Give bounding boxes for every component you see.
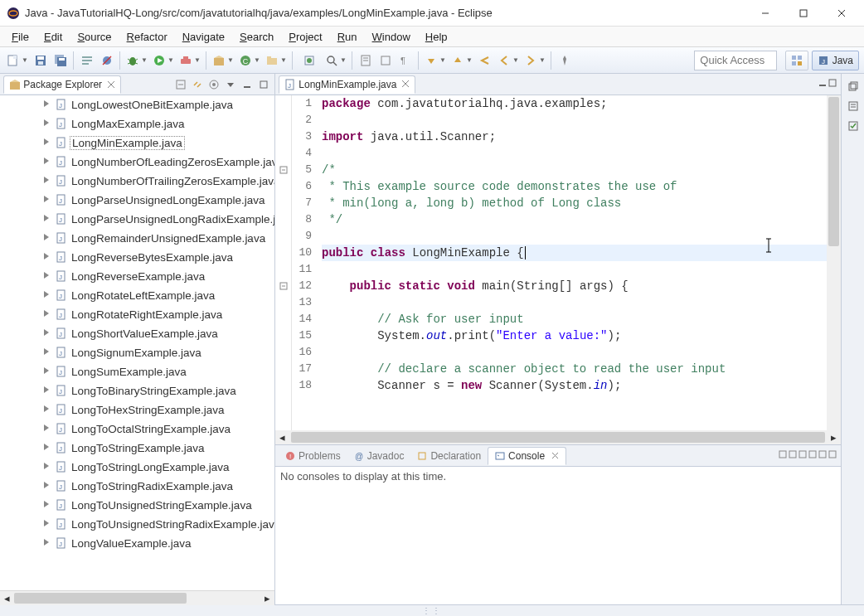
tree-item[interactable]: JLongToStringRadixExample.java — [3, 477, 274, 496]
tree-item[interactable]: JLongNumberOfTrailingZerosExample.java — [3, 172, 274, 191]
new-button[interactable]: ▼ — [5, 51, 30, 70]
tree-item[interactable]: JLongSignumExample.java — [3, 343, 274, 362]
tree-item[interactable]: JLongReverseExample.java — [3, 267, 274, 286]
editor-vertical-scrollbar[interactable] — [827, 95, 841, 430]
view-menu-icon[interactable] — [223, 77, 238, 92]
expand-icon[interactable] — [41, 289, 53, 301]
tasklist-icon[interactable] — [846, 119, 861, 133]
outline-icon[interactable] — [846, 99, 861, 114]
menu-search[interactable]: Search — [233, 29, 280, 45]
collapse-all-icon[interactable] — [173, 77, 188, 92]
drag-handle-icon[interactable]: ⋮⋮ — [422, 606, 442, 615]
back-button[interactable]: ▼ — [496, 51, 521, 70]
expand-icon[interactable] — [41, 99, 53, 110]
tab-declaration[interactable]: Declaration — [410, 447, 488, 465]
tree-item[interactable]: JLongReverseBytesExample.java — [3, 248, 274, 267]
expand-icon[interactable] — [41, 537, 53, 549]
tree-item[interactable]: JLongLowestOneBitExample.java — [3, 95, 274, 114]
new-folder-button[interactable]: ▼ — [264, 51, 289, 70]
minimize-editor-icon[interactable] — [818, 78, 828, 90]
scroll-right-icon[interactable]: ▸ — [260, 591, 274, 605]
last-edit-button[interactable] — [476, 51, 494, 70]
forward-button[interactable]: ▼ — [522, 51, 547, 70]
expand-icon[interactable] — [41, 137, 53, 148]
expand-icon[interactable] — [41, 385, 53, 396]
focus-task-icon[interactable] — [206, 77, 221, 92]
expand-icon[interactable] — [41, 347, 53, 358]
open-console-icon[interactable] — [798, 449, 808, 462]
expand-icon[interactable] — [41, 308, 53, 320]
expand-icon[interactable] — [41, 156, 53, 167]
tree-item[interactable]: JLongToStringLongExample.java — [3, 458, 274, 477]
close-icon[interactable] — [107, 80, 115, 89]
menu-source[interactable]: Source — [70, 29, 118, 45]
restore-icon[interactable] — [846, 79, 861, 94]
toggle-mark-button[interactable] — [357, 51, 375, 70]
display-selected-icon[interactable] — [788, 449, 798, 462]
expand-icon[interactable] — [41, 442, 53, 454]
maximize-button[interactable] — [784, 0, 823, 27]
expand-icon[interactable] — [41, 518, 53, 530]
expand-icon[interactable] — [41, 213, 53, 225]
toggle-breadcrumb-button[interactable] — [78, 51, 96, 70]
tab-console[interactable]: Console — [488, 447, 566, 465]
next-annotation-button[interactable]: ▼ — [423, 51, 448, 70]
open-type-button[interactable] — [297, 51, 322, 70]
tree-item[interactable]: JLongNumberOfLeadingZerosExample.java — [3, 153, 274, 172]
tree-item[interactable]: JLongToUnsignedStringExample.java — [3, 496, 274, 515]
expand-icon[interactable] — [41, 480, 53, 492]
tree-item[interactable]: JLongToBinaryStringExample.java — [3, 381, 274, 400]
expand-icon[interactable] — [41, 232, 53, 244]
pin-button[interactable] — [556, 51, 574, 70]
tree-item[interactable]: JLongRotateRightExample.java — [3, 305, 274, 324]
link-editor-icon[interactable] — [190, 77, 205, 92]
minimize-view-icon[interactable] — [240, 77, 255, 92]
expand-icon[interactable] — [41, 423, 53, 434]
tree-item[interactable]: JLongMinExample.java — [3, 133, 274, 153]
pin-console-icon[interactable] — [778, 449, 788, 462]
tree-item[interactable]: JLongParseUnsignedLongExample.java — [3, 191, 274, 210]
open-perspective-button[interactable] — [785, 51, 808, 70]
prev-annotation-button[interactable]: ▼ — [449, 51, 474, 70]
menu-window[interactable]: Window — [366, 29, 417, 45]
scroll-left-icon[interactable]: ◂ — [0, 591, 14, 605]
save-all-button[interactable] — [51, 51, 70, 70]
fold-icon[interactable] — [275, 162, 291, 178]
menu-edit[interactable]: Edit — [37, 29, 69, 45]
menu-help[interactable]: Help — [419, 29, 454, 45]
menu-file[interactable]: File — [5, 29, 36, 45]
menu-run[interactable]: Run — [331, 29, 364, 45]
code-editor[interactable]: 123456789101112131415161718 package com.… — [275, 95, 841, 430]
save-button[interactable] — [32, 51, 50, 70]
menu-refactor[interactable]: Refactor — [120, 29, 174, 45]
tree-item[interactable]: JLongToUnsignedStringRadixExample.java — [3, 515, 274, 534]
search-button[interactable]: ▼ — [323, 51, 348, 70]
tree-item[interactable]: JLongToStringExample.java — [3, 439, 274, 458]
tree-item[interactable]: JLongToOctalStringExample.java — [3, 420, 274, 439]
expand-icon[interactable] — [41, 366, 53, 377]
menu-project[interactable]: Project — [282, 29, 328, 45]
minimize-view-icon[interactable] — [818, 449, 828, 462]
expand-icon[interactable] — [41, 251, 53, 263]
expand-icon[interactable] — [41, 499, 53, 511]
expand-icon[interactable] — [41, 404, 53, 415]
tree-item[interactable]: JLongValueExample.java — [3, 534, 274, 553]
tree-item[interactable]: JLongRotateLeftExample.java — [3, 286, 274, 305]
maximize-view-icon[interactable] — [256, 77, 271, 92]
new-package-button[interactable]: ▼ — [211, 51, 235, 70]
expand-icon[interactable] — [41, 461, 53, 473]
editor-horizontal-scrollbar[interactable]: ◂ ▸ — [275, 430, 841, 444]
skip-breakpoints-button[interactable] — [98, 51, 116, 70]
fold-icon[interactable] — [275, 278, 291, 294]
java-perspective-button[interactable]: J Java — [812, 51, 859, 70]
menu-navigate[interactable]: Navigate — [176, 29, 231, 45]
tree-item[interactable]: JLongParseUnsignedLongRadixExample.java — [3, 210, 274, 229]
tree-item[interactable]: JLongToHexStringExample.java — [3, 400, 274, 420]
debug-button[interactable]: ▼ — [124, 51, 149, 70]
expand-icon[interactable] — [41, 194, 53, 206]
toggle-block-button[interactable] — [376, 51, 395, 70]
close-icon[interactable] — [551, 450, 559, 462]
expand-icon[interactable] — [41, 118, 53, 129]
expand-icon[interactable] — [41, 327, 53, 339]
expand-icon[interactable] — [41, 175, 53, 187]
